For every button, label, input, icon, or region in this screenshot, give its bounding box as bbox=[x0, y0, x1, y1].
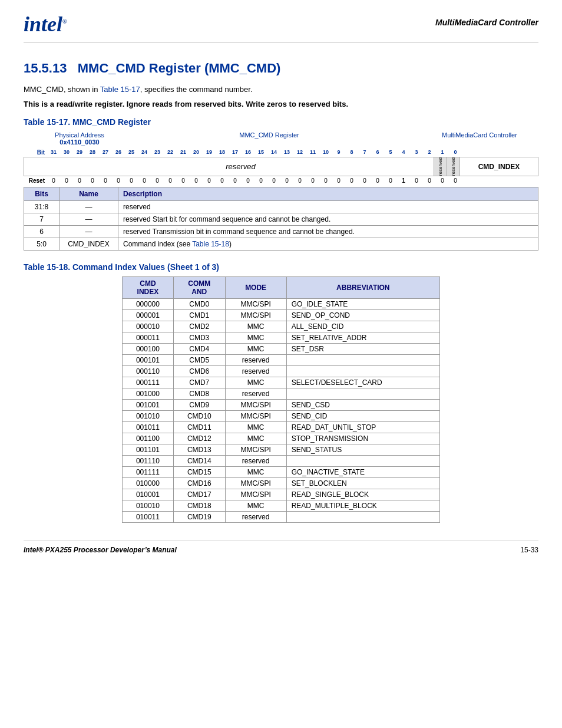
col-abbrev-header: ABBREVIATION bbox=[286, 277, 439, 299]
cmd-index-val: 000111 bbox=[123, 377, 174, 388]
mode-val: MMC/SPI bbox=[225, 411, 286, 422]
comm-and-val: CMD12 bbox=[173, 433, 225, 444]
bit-desc: Command index (see Table 15-18) bbox=[118, 238, 538, 251]
abbrev-val bbox=[286, 366, 439, 377]
bit-range: 6 bbox=[24, 226, 59, 238]
table-row: 001011 CMD11 MMC READ_DAT_UNTIL_STOP bbox=[123, 422, 440, 433]
cmd-index-val: 000001 bbox=[123, 310, 174, 321]
comm-and-val: CMD2 bbox=[173, 321, 225, 332]
controller-label: MultiMediaCard Controller bbox=[421, 131, 538, 146]
register-row: reserved reserved reserved CMD_INDEX bbox=[24, 157, 538, 176]
comm-and-val: CMD3 bbox=[173, 332, 225, 344]
comm-and-val: CMD13 bbox=[173, 444, 225, 456]
bit-range: 7 bbox=[24, 213, 59, 226]
mode-val: MMC bbox=[225, 500, 286, 512]
header-subtitle: MultiMediaCard Controller bbox=[435, 12, 538, 27]
cmd-index-val: 001011 bbox=[123, 422, 174, 433]
mode-val: MMC bbox=[225, 321, 286, 332]
abbrev-val: SEND_CSD bbox=[286, 400, 439, 411]
page-footer: Intel® PXA255 Processor Developer’s Manu… bbox=[24, 541, 538, 554]
bit-description-table: Bits Name Description 31:8 — reserved 7 … bbox=[24, 187, 538, 251]
table-row: 001010 CMD10 MMC/SPI SEND_CID bbox=[123, 411, 440, 422]
table-row: 000101 CMD5 reserved bbox=[123, 355, 440, 366]
cmd-index-field: CMD_INDEX bbox=[460, 157, 538, 176]
reset-values: 0 0 0 0 0 0 0 0 0 0 0 0 0 0 0 0 0 0 0 0 … bbox=[47, 177, 462, 184]
reserved-bit-7: reserved bbox=[434, 157, 447, 176]
reg-header-labels: Physical Address 0x4110_0030 MMC_CMD Reg… bbox=[41, 131, 538, 146]
comm-and-val: CMD1 bbox=[173, 310, 225, 321]
cmd-index-val: 001111 bbox=[123, 467, 174, 478]
intel-logo: intel® bbox=[24, 12, 67, 37]
table-row: 000110 CMD6 reserved bbox=[123, 366, 440, 377]
cmd-index-val: 000101 bbox=[123, 355, 174, 366]
mode-val: reserved bbox=[225, 355, 286, 366]
mode-val: MMC/SPI bbox=[225, 310, 286, 321]
table-row: 010011 CMD19 reserved bbox=[123, 512, 440, 523]
reserved-field: reserved bbox=[48, 157, 434, 176]
bit-name: — bbox=[59, 213, 118, 226]
col-comm-and-header: COMMAND bbox=[173, 277, 225, 299]
abbrev-val: GO_IDLE_STATE bbox=[286, 299, 439, 310]
table17-link[interactable]: Table 15-17 bbox=[100, 85, 140, 94]
abbrev-val: SEND_STATUS bbox=[286, 444, 439, 456]
table-row: 010010 CMD18 MMC READ_MULTIPLE_BLOCK bbox=[123, 500, 440, 512]
table-row: 001001 CMD9 MMC/SPI SEND_CSD bbox=[123, 400, 440, 411]
comm-and-val: CMD18 bbox=[173, 500, 225, 512]
table-row: 000011 CMD3 MMC SET_RELATIVE_ADDR bbox=[123, 332, 440, 344]
comm-and-val: CMD15 bbox=[173, 467, 225, 478]
comm-and-val: CMD5 bbox=[173, 355, 225, 366]
bit-range: 5:0 bbox=[24, 238, 59, 251]
bit-label: Bit bbox=[24, 149, 47, 156]
bit-name: CMD_INDEX bbox=[59, 238, 118, 251]
comm-and-val: CMD6 bbox=[173, 366, 225, 377]
abbrev-val: SET_DSR bbox=[286, 344, 439, 355]
mode-val: reserved bbox=[225, 366, 286, 377]
bit-range: 31:8 bbox=[24, 201, 59, 213]
col-bits-header: Bits bbox=[24, 187, 59, 201]
table-row: 000010 CMD2 MMC ALL_SEND_CID bbox=[123, 321, 440, 332]
section-title: 15.5.13 MMC_CMD Register (MMC_CMD) bbox=[24, 61, 538, 76]
table-row: 001101 CMD13 MMC/SPI SEND_STATUS bbox=[123, 444, 440, 456]
table-row: 001000 CMD8 reserved bbox=[123, 388, 440, 400]
mode-val: reserved bbox=[225, 388, 286, 400]
table-row: 000111 CMD7 MMC SELECT/DESELECT_CARD bbox=[123, 377, 440, 388]
mode-val: MMC/SPI bbox=[225, 299, 286, 310]
cmd-index-val: 001001 bbox=[123, 400, 174, 411]
table-row: 31:8 — reserved bbox=[24, 201, 538, 213]
mode-val: MMC bbox=[225, 377, 286, 388]
table-row: 010001 CMD17 MMC/SPI READ_SINGLE_BLOCK bbox=[123, 489, 440, 500]
abbrev-val bbox=[286, 512, 439, 523]
comm-and-val: CMD7 bbox=[173, 377, 225, 388]
table18-link[interactable]: Table 15-18 bbox=[192, 240, 229, 248]
abbrev-val: ALL_SEND_CID bbox=[286, 321, 439, 332]
table-row: 5:0 CMD_INDEX Command index (see Table 1… bbox=[24, 238, 538, 251]
footer-left: Intel® PXA255 Processor Developer’s Manu… bbox=[24, 546, 177, 554]
cmd-index-val: 010011 bbox=[123, 512, 174, 523]
cmd-index-val: 001110 bbox=[123, 456, 174, 467]
cmd-index-val: 000011 bbox=[123, 332, 174, 344]
comm-and-val: CMD8 bbox=[173, 388, 225, 400]
cmd-index-val: 001100 bbox=[123, 433, 174, 444]
comm-and-val: CMD17 bbox=[173, 489, 225, 500]
abbrev-val bbox=[286, 388, 439, 400]
cmd-index-val: 000000 bbox=[123, 299, 174, 310]
col-name-header: Name bbox=[59, 187, 118, 201]
abbrev-val: READ_MULTIPLE_BLOCK bbox=[286, 500, 439, 512]
abbrev-val bbox=[286, 355, 439, 366]
bit-desc: reserved Transmission bit in command seq… bbox=[118, 226, 538, 238]
mode-val: reserved bbox=[225, 512, 286, 523]
reg-spacer bbox=[24, 157, 48, 176]
mode-val: reserved bbox=[225, 456, 286, 467]
mode-val: MMC bbox=[225, 422, 286, 433]
bit-desc: reserved Start bit for command sequence … bbox=[118, 213, 538, 226]
bit-name: — bbox=[59, 201, 118, 213]
table-row: 001110 CMD14 reserved bbox=[123, 456, 440, 467]
abbrev-val: SET_RELATIVE_ADDR bbox=[286, 332, 439, 344]
comm-and-val: CMD14 bbox=[173, 456, 225, 467]
table17-title: Table 15-17. MMC_CMD Register bbox=[24, 117, 538, 127]
reset-row: Reset 0 0 0 0 0 0 0 0 0 0 0 0 0 0 0 0 0 … bbox=[24, 177, 538, 184]
cmd-index-val: 001000 bbox=[123, 388, 174, 400]
intro-text: MMC_CMD, shown in Table 15-17, specifies… bbox=[24, 85, 538, 94]
mode-val: MMC bbox=[225, 433, 286, 444]
reserved-bit-6: reserved bbox=[447, 157, 460, 176]
